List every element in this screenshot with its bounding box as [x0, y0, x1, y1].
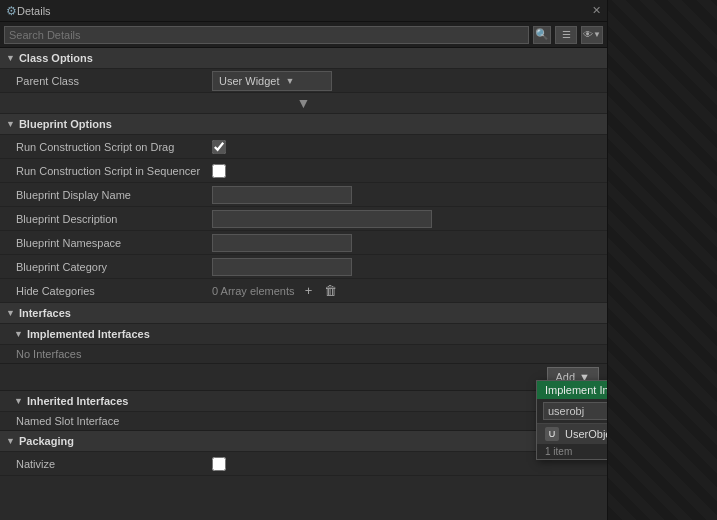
namespace-label: Blueprint Namespace: [16, 237, 212, 249]
named-slot-text: Named Slot Interface: [16, 415, 119, 427]
run-construction-drag-label: Run Construction Script on Drag: [16, 141, 212, 153]
eye-button[interactable]: 👁 ▼: [581, 26, 603, 44]
blueprint-options-header[interactable]: ▼ Blueprint Options: [0, 114, 607, 135]
no-interfaces-text: No Interfaces: [16, 348, 81, 360]
filter-icon: ▼: [297, 95, 311, 111]
inherited-interfaces-header[interactable]: ▼ Inherited Interfaces: [0, 391, 607, 412]
nativize-checkbox[interactable]: [212, 457, 226, 471]
panel-title: Details: [17, 5, 592, 17]
no-interfaces-item: No Interfaces: [0, 345, 607, 364]
popup-header-text: Implement Interface: [545, 384, 607, 396]
display-name-value: [212, 186, 599, 204]
hide-categories-row: Hide Categories 0 Array elements + 🗑: [0, 279, 607, 303]
view-columns-button[interactable]: ☰: [555, 26, 577, 44]
delete-icon: 🗑: [324, 283, 337, 298]
columns-icon: ☰: [562, 29, 571, 40]
userobj-item-label: UserObjectListEntry: [565, 428, 607, 440]
description-value: [212, 210, 599, 228]
inherited-label: Inherited Interfaces: [27, 395, 128, 407]
description-row: Blueprint Description: [0, 207, 607, 231]
category-label: Blueprint Category: [16, 261, 212, 273]
implemented-interfaces-header[interactable]: ▼ Implemented Interfaces: [0, 324, 607, 345]
eye-dropdown-icon: ▼: [593, 30, 601, 39]
run-construction-drag-checkbox[interactable]: [212, 140, 226, 154]
packaging-header[interactable]: ▼ Packaging: [0, 431, 607, 452]
popup-search-input[interactable]: [543, 402, 607, 420]
popup-count: 1 item: [537, 444, 607, 459]
userobj-icon-letter: U: [549, 429, 556, 439]
parent-class-row: Parent Class User Widget ▼: [0, 69, 607, 93]
class-options-arrow: ▼: [6, 53, 15, 63]
class-options-header[interactable]: ▼ Class Options: [0, 48, 607, 69]
parent-class-text: User Widget: [219, 75, 280, 87]
display-name-label: Blueprint Display Name: [16, 189, 212, 201]
display-name-input[interactable]: [212, 186, 352, 204]
add-interface-row: Add ▼: [0, 364, 607, 391]
implemented-label: Implemented Interfaces: [27, 328, 150, 340]
interfaces-arrow: ▼: [6, 308, 15, 318]
packaging-arrow: ▼: [6, 436, 15, 446]
implemented-arrow: ▼: [14, 329, 23, 339]
delete-array-element-button[interactable]: 🗑: [323, 283, 339, 299]
parent-class-dropdown[interactable]: User Widget ▼: [212, 71, 332, 91]
eye-icon: 👁: [583, 29, 593, 40]
close-button[interactable]: ✕: [592, 4, 601, 17]
blueprint-options-label: Blueprint Options: [19, 118, 112, 130]
display-name-row: Blueprint Display Name: [0, 183, 607, 207]
description-label: Blueprint Description: [16, 213, 212, 225]
run-construction-drag-row: Run Construction Script on Drag: [0, 135, 607, 159]
class-options-label: Class Options: [19, 52, 93, 64]
interfaces-header[interactable]: ▼ Interfaces: [0, 303, 607, 324]
named-slot-interface-item: Named Slot Interface: [0, 412, 607, 431]
parent-class-arrow-icon: ▼: [286, 76, 295, 86]
filter-row: ▼: [0, 93, 607, 114]
run-construction-seq-checkbox[interactable]: [212, 164, 226, 178]
category-input[interactable]: [212, 258, 352, 276]
search-bar: 🔍 ☰ 👁 ▼: [0, 22, 607, 48]
search-icon: 🔍: [535, 28, 549, 41]
packaging-label: Packaging: [19, 435, 74, 447]
popup-count-text: 1 item: [545, 446, 572, 457]
parent-class-value: User Widget ▼: [212, 71, 599, 91]
hide-categories-value: 0 Array elements + 🗑: [212, 279, 599, 303]
implement-interface-popup: Implement Interface U UserObjectListEntr…: [536, 380, 607, 460]
category-value: [212, 258, 599, 276]
interfaces-label: Interfaces: [19, 307, 71, 319]
popup-item-userobj[interactable]: U UserObjectListEntry: [537, 424, 607, 444]
array-count-text: 0 Array elements: [212, 285, 295, 297]
description-input[interactable]: [212, 210, 432, 228]
userobj-icon: U: [545, 427, 559, 441]
run-construction-seq-row: Run Construction Script in Sequencer: [0, 159, 607, 183]
details-icon: ⚙: [6, 4, 17, 18]
array-row: 0 Array elements + 🗑: [212, 279, 339, 303]
parent-class-label: Parent Class: [16, 75, 212, 87]
inherited-arrow: ▼: [14, 396, 23, 406]
run-construction-seq-value: [212, 164, 599, 178]
search-input[interactable]: [4, 26, 529, 44]
main-panel: ⚙ Details ✕ 🔍 ☰ 👁 ▼ ▼ Class Options Pare…: [0, 0, 607, 520]
search-icon-button[interactable]: 🔍: [533, 26, 551, 44]
run-construction-seq-label: Run Construction Script in Sequencer: [16, 165, 212, 177]
blueprint-options-arrow: ▼: [6, 119, 15, 129]
namespace-input[interactable]: [212, 234, 352, 252]
category-row: Blueprint Category: [0, 255, 607, 279]
namespace-value: [212, 234, 599, 252]
scroll-content: ▼ Class Options Parent Class User Widget…: [0, 48, 607, 520]
namespace-row: Blueprint Namespace: [0, 231, 607, 255]
add-array-element-button[interactable]: +: [301, 283, 317, 299]
popup-header: Implement Interface: [537, 381, 607, 399]
nativize-row: Nativize: [0, 452, 607, 476]
hide-categories-label: Hide Categories: [16, 285, 212, 297]
run-construction-drag-value: [212, 140, 599, 154]
title-bar: ⚙ Details ✕: [0, 0, 607, 22]
add-icon: +: [305, 283, 313, 298]
popup-search-container: [537, 399, 607, 424]
nativize-label: Nativize: [16, 458, 212, 470]
right-panel: [607, 0, 717, 520]
